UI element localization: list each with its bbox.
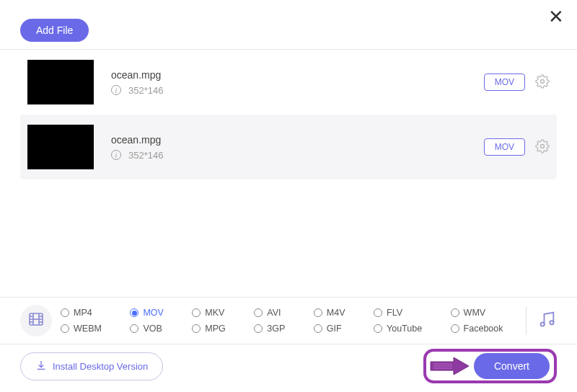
radio-icon (374, 308, 382, 317)
format-grid: MP4MOVMKVAVIM4VFLVWMVWEBMVOBMPG3GPGIFYou… (61, 308, 516, 334)
settings-button[interactable] (535, 139, 550, 156)
install-desktop-button[interactable]: Install Desktop Version (20, 352, 163, 380)
format-option-youtube[interactable]: YouTube (374, 324, 435, 334)
format-option-facebook[interactable]: Facebook (451, 324, 516, 334)
format-option-webm[interactable]: WEBM (61, 324, 114, 334)
format-option-3gp[interactable]: 3GP (254, 324, 298, 334)
radio-icon (451, 308, 459, 317)
file-row[interactable]: ocean.mpgi352*146MOV (20, 115, 557, 179)
svg-point-1 (541, 144, 545, 148)
radio-icon (130, 324, 138, 333)
settings-button[interactable] (535, 74, 550, 91)
format-label: M4V (327, 308, 345, 318)
format-panel: MP4MOVMKVAVIM4VFLVWMVWEBMVOBMPG3GPGIFYou… (0, 297, 577, 344)
format-option-mp4[interactable]: MP4 (61, 308, 114, 318)
radio-icon (254, 308, 263, 317)
format-label: Facebook (464, 324, 503, 334)
output-format-button[interactable]: MOV (484, 138, 525, 156)
format-label: AVI (267, 308, 281, 318)
format-option-mkv[interactable]: MKV (192, 308, 238, 318)
video-tab[interactable] (20, 305, 52, 337)
audio-tab[interactable] (537, 309, 557, 332)
svg-point-10 (541, 322, 545, 326)
radio-icon (61, 308, 69, 317)
format-option-flv[interactable]: FLV (374, 308, 435, 318)
radio-icon (451, 324, 459, 333)
format-label: MP4 (74, 308, 92, 318)
file-meta: ocean.mpgi352*146 (111, 69, 484, 96)
row-actions: MOV (484, 138, 550, 156)
add-file-button[interactable]: Add File (20, 19, 89, 42)
file-row[interactable]: ocean.mpgi352*146MOV (20, 50, 557, 115)
format-label: VOB (143, 324, 162, 334)
radio-icon (192, 308, 201, 317)
format-label: FLV (387, 308, 402, 318)
bottom-bar: Install Desktop Version Convert (0, 349, 577, 383)
download-icon (35, 360, 47, 373)
format-option-avi[interactable]: AVI (254, 308, 298, 318)
radio-icon (314, 308, 322, 317)
convert-highlight: Convert (423, 349, 557, 383)
file-dimensions-row: i352*146 (111, 150, 484, 161)
file-name: ocean.mpg (111, 134, 484, 146)
format-label: YouTube (387, 324, 422, 334)
film-icon (27, 311, 45, 331)
format-label: MOV (143, 308, 163, 318)
file-dimensions: 352*146 (128, 150, 163, 161)
arrow-annotation-icon (428, 355, 471, 377)
music-icon (537, 309, 557, 332)
format-option-mov[interactable]: MOV (130, 308, 176, 318)
video-thumbnail (27, 125, 94, 169)
radio-icon (192, 324, 201, 333)
format-label: 3GP (267, 324, 285, 334)
row-actions: MOV (484, 74, 550, 91)
output-format-button[interactable]: MOV (484, 74, 525, 91)
video-thumbnail (27, 60, 94, 104)
format-option-gif[interactable]: GIF (314, 324, 358, 334)
file-dimensions-row: i352*146 (111, 85, 484, 96)
file-name: ocean.mpg (111, 69, 484, 81)
radio-icon (314, 324, 322, 333)
close-button[interactable]: ✕ (548, 7, 564, 26)
format-label: MKV (205, 308, 224, 318)
format-option-wmv[interactable]: WMV (451, 308, 516, 318)
format-label: WEBM (74, 324, 102, 334)
top-bar: Add File (0, 0, 577, 50)
divider (526, 307, 527, 334)
convert-button[interactable]: Convert (474, 353, 550, 379)
svg-point-0 (541, 79, 545, 83)
gear-icon (535, 139, 550, 156)
format-label: GIF (327, 324, 342, 334)
radio-icon (61, 324, 69, 333)
format-option-mpg[interactable]: MPG (192, 324, 238, 334)
gear-icon (535, 74, 550, 91)
radio-icon (254, 324, 263, 333)
radio-icon (374, 324, 382, 333)
info-icon: i (111, 150, 121, 160)
format-option-vob[interactable]: VOB (130, 324, 176, 334)
file-meta: ocean.mpgi352*146 (111, 134, 484, 161)
format-label: MPG (205, 324, 225, 334)
info-icon: i (111, 85, 121, 95)
format-option-m4v[interactable]: M4V (314, 308, 358, 318)
file-list: ocean.mpgi352*146MOVocean.mpgi352*146MOV (0, 50, 577, 179)
close-icon: ✕ (548, 6, 564, 27)
file-dimensions: 352*146 (128, 85, 163, 96)
install-label: Install Desktop Version (53, 361, 148, 372)
radio-icon (130, 308, 138, 317)
format-label: WMV (464, 308, 486, 318)
svg-point-11 (550, 321, 553, 324)
